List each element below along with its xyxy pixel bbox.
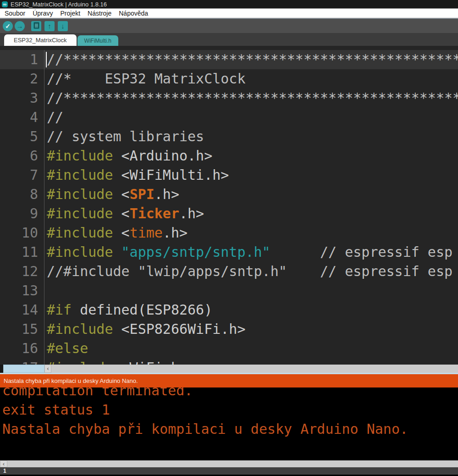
code-text: #include <time.h> <box>44 223 188 243</box>
line-number: 11 <box>0 243 44 262</box>
status-bar: 1 <box>0 467 458 475</box>
code-line: 4// <box>0 108 458 127</box>
console-hscrollbar[interactable]: ‹ <box>0 460 458 467</box>
menu-item-sketch[interactable]: Projekt <box>57 10 84 17</box>
code-text: #include "apps/sntp/sntp.h" // espressif… <box>44 243 452 262</box>
output-console: compilation terminated.exit status 1Nast… <box>0 387 458 460</box>
check-icon: ✓ <box>5 23 11 29</box>
code-line: 7#include <WiFiMulti.h> <box>0 166 458 185</box>
editor-hscrollbar[interactable]: ‹ <box>0 365 458 373</box>
code-text: //**************************************… <box>44 50 458 69</box>
upload-button[interactable]: → <box>15 21 25 31</box>
arrow-right-icon: → <box>17 22 23 29</box>
line-number: 8 <box>0 185 44 204</box>
code-line: 2//* ESP32 MatrixClock <box>0 69 458 89</box>
console-line: exit status 1 <box>0 400 458 420</box>
line-number: 12 <box>0 262 44 281</box>
code-line: 17#include <WiFi.h> <box>0 358 458 365</box>
code-line: 3//*************************************… <box>0 89 458 108</box>
menu-item-edit[interactable]: Úpravy <box>29 10 56 17</box>
line-number: 1 <box>0 50 44 69</box>
open-button[interactable]: ↑ <box>44 21 55 31</box>
code-text: #else <box>44 339 88 358</box>
code-editor[interactable]: 1//*************************************… <box>0 46 458 365</box>
code-text: #include <Arduino.h> <box>44 146 212 166</box>
menu-item-file[interactable]: Soubor <box>1 10 29 17</box>
code-line: 6#include <Arduino.h> <box>0 146 458 166</box>
code-line: 1//*************************************… <box>0 50 458 69</box>
code-line: 12//#include "lwip/apps/sntp.h" // espre… <box>0 262 458 281</box>
code-text: #include <SPI.h> <box>44 185 179 204</box>
code-line: 10#include <time.h> <box>0 223 458 243</box>
line-number: 4 <box>0 108 44 127</box>
scrollbar-thumb[interactable] <box>3 365 44 373</box>
tab-1[interactable]: WiFiMulti.h <box>77 35 118 46</box>
code-line: 9#include <Ticker.h> <box>0 204 458 223</box>
code-text: //**************************************… <box>44 89 458 108</box>
line-number: 16 <box>0 339 44 358</box>
line-number: 6 <box>0 146 44 166</box>
code-text <box>44 281 47 300</box>
line-number: 3 <box>0 89 44 108</box>
console-line: Nastala chyba při kompilaci u desky Ardu… <box>0 420 458 439</box>
line-number: 17 <box>0 358 44 365</box>
verify-button[interactable]: ✓ <box>3 21 13 31</box>
error-banner: Nastala chyba při kompilaci u desky Ardu… <box>0 374 458 387</box>
window-title: ESP32_MatrixClock | Arduino 1.8.16 <box>11 1 107 8</box>
tab-0[interactable]: ESP32_MatrixClock <box>4 34 77 46</box>
code-text: #include <WiFiMulti.h> <box>44 166 229 185</box>
arrow-up-icon: ↑ <box>48 22 51 29</box>
tab-label: ESP32_MatrixClock <box>14 37 67 44</box>
arduino-ide-window: ∞ ESP32_MatrixClock | Arduino 1.8.16 Sou… <box>0 0 458 476</box>
line-number: 2 <box>0 69 44 89</box>
toolbar: ✓→↑↓ <box>0 18 458 33</box>
line-number: 10 <box>0 223 44 243</box>
scrollbar-corner <box>0 365 3 373</box>
line-number: 15 <box>0 320 44 339</box>
code-line: 15#include <ESP8266WiFi.h> <box>0 320 458 339</box>
text-caret <box>46 52 47 67</box>
new-button[interactable] <box>31 21 41 31</box>
line-number: 7 <box>0 166 44 185</box>
menu-bar: SouborÚpravyProjektNástrojeNápověda <box>0 8 458 18</box>
code-line: 8#include <SPI.h> <box>0 185 458 204</box>
document-icon <box>33 22 39 30</box>
code-text: #include <Ticker.h> <box>44 204 204 223</box>
line-number: 5 <box>0 127 44 146</box>
code-text: #if defined(ESP8266) <box>44 300 212 320</box>
code-line: 5// system libraries <box>0 127 458 146</box>
code-line: 14#if defined(ESP8266) <box>0 300 458 320</box>
tab-strip: ESP32_MatrixClockWiFiMulti.h <box>0 33 458 46</box>
line-indicator: 1 <box>3 468 6 474</box>
code-text: #include <ESP8266WiFi.h> <box>44 320 245 339</box>
code-line: 11#include "apps/sntp/sntp.h" // espress… <box>0 243 458 262</box>
arduino-logo-icon: ∞ <box>2 1 8 7</box>
line-number: 13 <box>0 281 44 300</box>
code-text: // system libraries <box>44 127 204 146</box>
code-text: #include <WiFi.h> <box>44 358 188 365</box>
menu-item-help[interactable]: Nápověda <box>115 10 152 17</box>
code-line: 16#else <box>0 339 458 358</box>
console-line: compilation terminated. <box>0 387 458 400</box>
arrow-down-icon: ↓ <box>61 22 65 29</box>
scrollbar-left-button[interactable]: ‹ <box>44 365 51 373</box>
save-button[interactable]: ↓ <box>58 21 68 31</box>
line-number: 14 <box>0 300 44 320</box>
code-text: //* ESP32 MatrixClock <box>44 69 245 89</box>
title-bar: ∞ ESP32_MatrixClock | Arduino 1.8.16 <box>0 0 458 8</box>
line-number: 9 <box>0 204 44 223</box>
console-scrollbar-left-button[interactable]: ‹ <box>0 460 7 467</box>
code-text: //#include "lwip/apps/sntp.h" // espress… <box>44 262 452 281</box>
code-text: // <box>44 108 63 127</box>
tab-label: WiFiMulti.h <box>84 38 111 44</box>
error-banner-text: Nastala chyba při kompilaci u desky Ardu… <box>4 377 138 384</box>
menu-item-tools[interactable]: Nástroje <box>84 10 115 17</box>
code-line: 13 <box>0 281 458 300</box>
